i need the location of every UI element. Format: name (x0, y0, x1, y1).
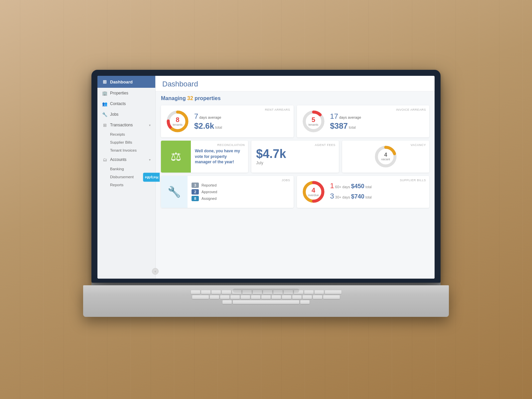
page-title: Dashboard (162, 80, 428, 88)
supplier-bill-rows: 1 60+ days $450 total 3 30+ days $740 to… (330, 182, 372, 202)
job-assigned-label: Assigned (201, 197, 216, 200)
page-header: Dashboard (156, 76, 435, 91)
sidebar-item-jobs[interactable]: 🔧 Jobs (97, 109, 155, 120)
invoice-arrears-total-label: total (349, 125, 356, 129)
supplier-overdue-count: 4 (312, 187, 315, 194)
sidebar-subitem-tenant-invoices[interactable]: Tenant Invoices (97, 146, 155, 154)
rent-arrears-amount: $2.6k total (194, 121, 222, 131)
rent-arrears-tenants-label: tenants (173, 123, 183, 126)
sidebar-item-dashboard[interactable]: ⊞ Dashboard (97, 76, 155, 88)
invoice-arrears-donut: 5 tenants (302, 109, 326, 133)
key (273, 290, 283, 294)
job-reported-label: Reported (201, 183, 216, 187)
properties-icon: 🏢 (102, 90, 107, 96)
key (304, 290, 314, 294)
vacancy-donut-center: 4 vacant (374, 145, 398, 169)
sidebar-item-accounts[interactable]: 🗂 Accounts ▾ (97, 154, 155, 165)
supplier-bill-row-60: 1 60+ days $450 total (330, 182, 372, 190)
row-1: RENT ARREARS (161, 105, 429, 137)
key (232, 290, 241, 294)
jobs-stats: 3 Reported 2 Approved 8 (188, 176, 221, 208)
key (300, 300, 310, 304)
jobs-card: JOBS 🔧 3 Reported (161, 176, 294, 208)
managing-properties-text: Managing 32 properties (161, 95, 429, 101)
supplier-overdue-label: overdue (308, 194, 319, 197)
laptop-base (83, 285, 449, 317)
sidebar-subitem-banking[interactable]: Banking (97, 165, 155, 173)
spacebar-key[interactable] (233, 300, 299, 304)
rent-arrears-label: RENT ARREARS (265, 108, 290, 111)
key (253, 290, 262, 294)
sidebar-item-contacts-label: Contacts (110, 101, 126, 106)
sidebar-item-contacts[interactable]: 👥 Contacts (97, 98, 155, 109)
key (211, 290, 221, 294)
reconciliation-label: RECONCILIATION (217, 143, 245, 147)
key (230, 295, 240, 299)
contacts-icon: 👥 (102, 101, 107, 106)
helpme-button[interactable]: HelpMe (143, 173, 160, 182)
vacancy-card: VACANCY 4 vacant (342, 141, 429, 173)
sidebar-subitem-reports[interactable]: Reports (97, 181, 155, 189)
sidebar-item-transactions[interactable]: ⊞ Transactions ▾ (97, 120, 155, 130)
sidebar-collapse-button[interactable]: ‹ (152, 268, 159, 275)
keyboard-row-3 (103, 300, 429, 304)
invoice-arrears-card: INVOICE ARREARS (297, 105, 430, 137)
rent-arrears-days-label: days average (199, 115, 221, 119)
laptop-wrapper: ⊞ Dashboard 🏢 Properties 👥 Contacts 🔧 Jo… (83, 70, 449, 329)
vacancy-count-label: vacant (381, 158, 390, 161)
key (325, 290, 341, 294)
dashboard-icon: ⊞ (102, 79, 107, 84)
chevron-down-icon-accounts: ▾ (149, 158, 151, 162)
key (313, 295, 322, 299)
key (263, 290, 272, 294)
sidebar-item-properties-label: Properties (110, 91, 128, 95)
job-approved-badge: 2 (192, 189, 199, 195)
jobs-icon: 🔧 (102, 112, 107, 117)
job-stat-reported: 3 Reported (192, 183, 217, 188)
key (241, 295, 250, 299)
key (282, 295, 291, 299)
sidebar-item-properties[interactable]: 🏢 Properties (97, 88, 155, 98)
supplier-overdue-donut: 4 overdue (302, 180, 326, 204)
sidebar-item-dashboard-label: Dashboard (110, 79, 133, 84)
invoice-arrears-days-label: days average (339, 115, 361, 119)
jobs-label: JOBS (282, 179, 290, 182)
key (222, 290, 231, 294)
job-reported-badge: 3 (192, 183, 199, 188)
invoice-arrears-content: 5 tenants 17 days average (302, 109, 425, 133)
key (294, 290, 303, 294)
key (210, 295, 219, 299)
scale-icon: ⚖ (171, 150, 181, 164)
rent-arrears-stats: 7 days average $2.6k total (194, 112, 222, 131)
key (292, 295, 302, 299)
sidebar-subitem-supplier-bills[interactable]: Supplier Bills (97, 138, 155, 146)
donut-center-invoice: 5 tenants (302, 109, 326, 133)
invoice-arrears-days: 17 days average (330, 112, 361, 121)
invoice-arrears-count: 5 (312, 116, 315, 123)
rent-arrears-card: RENT ARREARS (161, 105, 294, 137)
key (315, 290, 324, 294)
keyboard-row-1 (103, 290, 429, 294)
agent-fees-month: July (256, 161, 263, 165)
sidebar-item-jobs-label: Jobs (110, 112, 118, 117)
sidebar-subitem-receipts[interactable]: Receipts (97, 130, 155, 138)
invoice-arrears-stats: 17 days average $387 total (330, 112, 361, 131)
vacancy-donut: 4 vacant (374, 145, 398, 169)
invoice-arrears-tenants-label: tenants (309, 123, 319, 126)
invoice-arrears-label: INVOICE ARREARS (396, 108, 426, 111)
jobs-icon-area: 🔧 (161, 176, 188, 208)
key (251, 295, 260, 299)
key (242, 290, 252, 294)
agent-fees-label: AGENT FEES (315, 143, 335, 147)
rent-arrears-count: 8 (176, 116, 179, 123)
laptop-screen: ⊞ Dashboard 🏢 Properties 👥 Contacts 🔧 Jo… (91, 70, 441, 283)
rent-arrears-donut: 8 tenants (166, 109, 190, 133)
main-content: Dashboard Managing 32 properties RENT AR… (156, 76, 435, 279)
key (284, 290, 293, 294)
row-2: RECONCILIATION ⚖ Well done, you have my … (161, 141, 429, 173)
job-approved-label: Approved (201, 190, 217, 194)
supplier-overdue-center: 4 overdue (302, 180, 326, 204)
key (192, 295, 209, 299)
key (323, 295, 340, 299)
invoice-arrears-amount: $387 total (330, 121, 361, 131)
